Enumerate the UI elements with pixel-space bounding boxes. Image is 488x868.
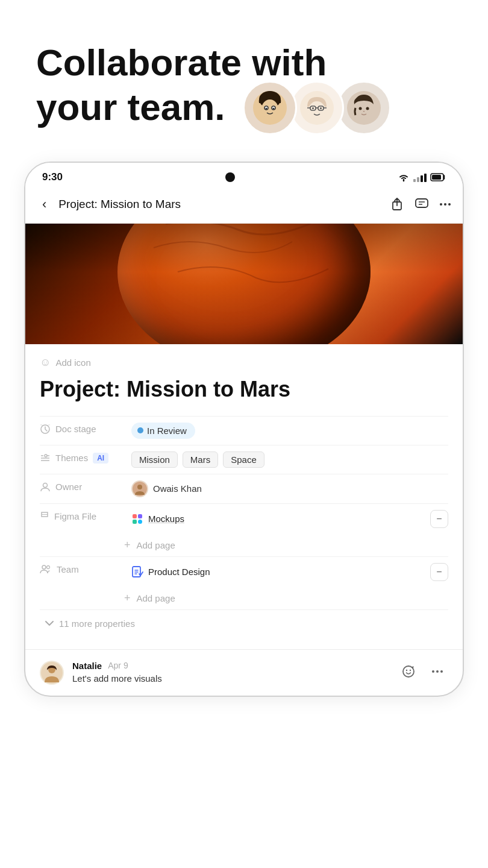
battery-icon bbox=[430, 173, 446, 181]
status-icons bbox=[398, 172, 446, 182]
avatar-3 bbox=[337, 81, 391, 135]
owner-value[interactable]: Owais Khan bbox=[131, 480, 448, 497]
tag-space[interactable]: Space bbox=[223, 451, 264, 468]
doc-stage-label: Doc stage bbox=[40, 423, 124, 435]
more-properties-label: 11 more properties bbox=[59, 618, 135, 629]
themes-label: Themes AI bbox=[40, 451, 124, 464]
figma-value[interactable]: Mockups − bbox=[131, 510, 448, 528]
themes-tags[interactable]: Mission Mars Space bbox=[131, 451, 448, 468]
camera-dot bbox=[225, 172, 235, 182]
project-title: Project: Mission to Mars bbox=[40, 377, 448, 401]
comment-section: Natalie Apr 9 Let's add more visuals bbox=[25, 649, 463, 696]
status-time: 9:30 bbox=[42, 171, 63, 183]
svg-point-8 bbox=[266, 91, 274, 98]
figma-text: Mockups bbox=[148, 514, 184, 524]
add-page-figma[interactable]: + Add page bbox=[40, 534, 448, 556]
add-icon-label: Add icon bbox=[55, 357, 90, 368]
react-button[interactable] bbox=[398, 661, 419, 682]
svg-point-48 bbox=[403, 666, 414, 677]
add-icon-row[interactable]: ☺ Add icon bbox=[40, 356, 448, 369]
svg-point-35 bbox=[43, 483, 48, 487]
team-icon bbox=[40, 564, 52, 574]
content-area: ☺ Add icon Project: Mission to Mars Doc … bbox=[25, 344, 463, 649]
svg-rect-26 bbox=[416, 199, 428, 207]
team-row: Team Product Design − bbox=[40, 556, 448, 587]
smiley-icon: ☺ bbox=[40, 356, 51, 369]
avatar-1 bbox=[243, 81, 297, 135]
add-plus-icon-2: + bbox=[124, 592, 131, 605]
svg-point-42 bbox=[138, 520, 142, 524]
comment-actions bbox=[398, 661, 448, 682]
svg-point-44 bbox=[47, 566, 50, 569]
figma-label-icon bbox=[40, 511, 49, 522]
svg-point-7 bbox=[261, 94, 267, 100]
themes-icon bbox=[40, 453, 51, 464]
doc-stage-icon bbox=[40, 424, 51, 435]
owner-name: Owais Khan bbox=[153, 483, 202, 494]
svg-point-43 bbox=[42, 565, 46, 569]
comment-text: Let's add more visuals bbox=[72, 673, 389, 684]
figma-label: Figma File bbox=[40, 510, 124, 522]
svg-point-22 bbox=[366, 107, 369, 110]
more-button[interactable] bbox=[440, 203, 451, 206]
more-properties-row[interactable]: 11 more properties bbox=[40, 609, 448, 637]
add-plus-icon-1: + bbox=[124, 539, 131, 552]
owner-row: Owner Owais Khan bbox=[40, 474, 448, 503]
avatar-2 bbox=[290, 81, 344, 135]
team-text: Product Design bbox=[148, 567, 210, 577]
nav-title: Project: Mission to Mars bbox=[58, 198, 383, 211]
status-badge[interactable]: In Review bbox=[131, 423, 195, 439]
doc-stage-row: Doc stage In Review bbox=[40, 416, 448, 445]
team-label: Team bbox=[40, 563, 124, 574]
status-dot bbox=[137, 427, 143, 433]
status-bar: 9:30 bbox=[25, 163, 463, 188]
team-remove-button[interactable]: − bbox=[430, 563, 448, 581]
svg-point-21 bbox=[358, 107, 361, 110]
add-page-team[interactable]: + Add page bbox=[40, 587, 448, 609]
chevron-down-icon bbox=[45, 620, 54, 627]
svg-point-18 bbox=[320, 107, 322, 109]
hero-section: Collaborate with your team. bbox=[0, 0, 488, 162]
svg-point-50 bbox=[410, 670, 411, 671]
mars-overlay bbox=[25, 224, 463, 344]
svg-point-49 bbox=[406, 670, 407, 671]
svg-point-20 bbox=[355, 101, 372, 119]
svg-point-9 bbox=[273, 94, 279, 100]
svg-rect-41 bbox=[133, 520, 137, 524]
add-page-label-1: Add page bbox=[137, 540, 175, 550]
team-linked-item[interactable]: Product Design bbox=[131, 566, 425, 578]
svg-point-6 bbox=[272, 108, 274, 110]
figma-linked-item[interactable]: Mockups bbox=[131, 513, 425, 525]
svg-point-17 bbox=[312, 107, 314, 109]
figma-icon bbox=[131, 513, 143, 525]
owner-avatar bbox=[131, 480, 148, 497]
ai-badge: AI bbox=[93, 453, 108, 464]
emoji-icon bbox=[402, 665, 415, 678]
svg-rect-24 bbox=[432, 175, 441, 180]
wifi-icon bbox=[398, 172, 410, 182]
team-value[interactable]: Product Design − bbox=[131, 563, 448, 581]
figma-remove-button[interactable]: − bbox=[430, 510, 448, 528]
svg-point-2 bbox=[261, 99, 278, 119]
tag-mars[interactable]: Mars bbox=[183, 451, 218, 468]
themes-row: Themes AI Mission Mars Space bbox=[40, 445, 448, 474]
signal-icon bbox=[413, 172, 427, 182]
comment-body: Natalie Apr 9 Let's add more visuals bbox=[72, 661, 389, 684]
svg-point-37 bbox=[137, 485, 142, 489]
comment-date: Apr 9 bbox=[108, 661, 128, 670]
hero-title: Collaborate with your team. bbox=[36, 42, 452, 137]
owner-label: Owner bbox=[40, 480, 124, 492]
mars-hero-image bbox=[25, 224, 463, 344]
svg-rect-39 bbox=[133, 514, 137, 518]
comment-icon[interactable] bbox=[414, 198, 429, 211]
share-icon[interactable] bbox=[390, 197, 404, 212]
tag-mission[interactable]: Mission bbox=[131, 451, 178, 468]
team-doc-icon bbox=[131, 566, 143, 578]
phone-container: 9:30 bbox=[0, 162, 488, 721]
comment-more-button[interactable] bbox=[427, 661, 448, 682]
nav-bar: ‹ Project: Mission to Mars bbox=[25, 188, 463, 224]
nav-actions bbox=[390, 197, 451, 212]
doc-stage-value[interactable]: In Review bbox=[131, 423, 448, 439]
svg-point-5 bbox=[265, 108, 267, 110]
back-button[interactable]: ‹ bbox=[37, 194, 51, 215]
